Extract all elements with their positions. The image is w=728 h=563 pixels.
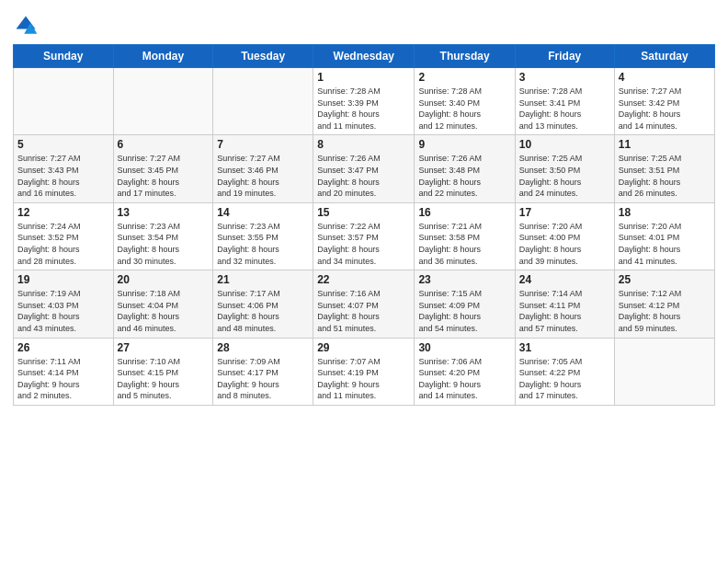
- day-header-saturday: Saturday: [614, 45, 714, 68]
- day-info: Sunrise: 7:25 AM Sunset: 3:50 PM Dayligh…: [519, 153, 610, 199]
- week-row-2: 5Sunrise: 7:27 AM Sunset: 3:43 PM Daylig…: [14, 135, 715, 202]
- day-number: 16: [418, 206, 510, 219]
- day-info: Sunrise: 7:21 AM Sunset: 3:58 PM Dayligh…: [418, 221, 510, 267]
- day-info: Sunrise: 7:23 AM Sunset: 3:54 PM Dayligh…: [118, 221, 210, 267]
- day-cell: 9Sunrise: 7:26 AM Sunset: 3:48 PM Daylig…: [415, 135, 515, 202]
- week-row-5: 26Sunrise: 7:11 AM Sunset: 4:14 PM Dayli…: [14, 338, 715, 405]
- day-info: Sunrise: 7:05 AM Sunset: 4:22 PM Dayligh…: [519, 356, 610, 402]
- page: SundayMondayTuesdayWednesdayThursdayFrid…: [0, 0, 728, 563]
- day-info: Sunrise: 7:19 AM Sunset: 4:03 PM Dayligh…: [17, 288, 109, 334]
- day-headers-row: SundayMondayTuesdayWednesdayThursdayFrid…: [14, 45, 715, 68]
- day-number: 8: [317, 138, 410, 151]
- day-number: 11: [619, 138, 711, 151]
- day-info: Sunrise: 7:26 AM Sunset: 3:48 PM Dayligh…: [418, 153, 510, 199]
- day-cell: 2Sunrise: 7:28 AM Sunset: 3:40 PM Daylig…: [415, 68, 515, 135]
- day-info: Sunrise: 7:27 AM Sunset: 3:45 PM Dayligh…: [118, 153, 210, 199]
- day-number: 14: [217, 206, 309, 219]
- logo-icon: [13, 13, 39, 39]
- day-cell: 21Sunrise: 7:17 AM Sunset: 4:06 PM Dayli…: [213, 270, 313, 338]
- header: [13, 9, 715, 39]
- day-info: Sunrise: 7:20 AM Sunset: 4:00 PM Dayligh…: [519, 221, 610, 267]
- day-number: 28: [217, 341, 309, 354]
- day-cell: 8Sunrise: 7:26 AM Sunset: 3:47 PM Daylig…: [313, 135, 415, 202]
- day-number: 24: [519, 273, 610, 286]
- day-number: 6: [118, 138, 210, 151]
- day-info: Sunrise: 7:20 AM Sunset: 4:01 PM Dayligh…: [619, 221, 711, 267]
- day-cell: [614, 338, 714, 405]
- day-info: Sunrise: 7:10 AM Sunset: 4:15 PM Dayligh…: [118, 356, 210, 402]
- week-row-4: 19Sunrise: 7:19 AM Sunset: 4:03 PM Dayli…: [14, 270, 715, 338]
- day-number: 18: [619, 206, 711, 219]
- day-number: 21: [217, 273, 309, 286]
- day-cell: 29Sunrise: 7:07 AM Sunset: 4:19 PM Dayli…: [313, 338, 415, 405]
- day-info: Sunrise: 7:14 AM Sunset: 4:11 PM Dayligh…: [519, 288, 610, 334]
- day-cell: 28Sunrise: 7:09 AM Sunset: 4:17 PM Dayli…: [213, 338, 313, 405]
- day-number: 31: [519, 341, 610, 354]
- day-cell: 24Sunrise: 7:14 AM Sunset: 4:11 PM Dayli…: [515, 270, 614, 338]
- day-cell: 22Sunrise: 7:16 AM Sunset: 4:07 PM Dayli…: [313, 270, 415, 338]
- day-number: 23: [418, 273, 510, 286]
- day-header-sunday: Sunday: [14, 45, 114, 68]
- day-cell: 31Sunrise: 7:05 AM Sunset: 4:22 PM Dayli…: [515, 338, 614, 405]
- day-number: 19: [17, 273, 109, 286]
- day-cell: 17Sunrise: 7:20 AM Sunset: 4:00 PM Dayli…: [515, 202, 614, 270]
- day-info: Sunrise: 7:24 AM Sunset: 3:52 PM Dayligh…: [17, 221, 109, 267]
- day-header-wednesday: Wednesday: [313, 45, 415, 68]
- day-info: Sunrise: 7:28 AM Sunset: 3:41 PM Dayligh…: [519, 86, 610, 132]
- day-number: 12: [17, 206, 109, 219]
- day-number: 27: [118, 341, 210, 354]
- day-cell: 18Sunrise: 7:20 AM Sunset: 4:01 PM Dayli…: [614, 202, 714, 270]
- day-header-thursday: Thursday: [415, 45, 515, 68]
- day-number: 20: [118, 273, 210, 286]
- day-cell: 11Sunrise: 7:25 AM Sunset: 3:51 PM Dayli…: [614, 135, 714, 202]
- day-cell: 15Sunrise: 7:22 AM Sunset: 3:57 PM Dayli…: [313, 202, 415, 270]
- day-number: 30: [418, 341, 510, 354]
- day-info: Sunrise: 7:06 AM Sunset: 4:20 PM Dayligh…: [418, 356, 510, 402]
- day-header-tuesday: Tuesday: [213, 45, 313, 68]
- day-cell: 14Sunrise: 7:23 AM Sunset: 3:55 PM Dayli…: [213, 202, 313, 270]
- day-cell: 27Sunrise: 7:10 AM Sunset: 4:15 PM Dayli…: [113, 338, 213, 405]
- week-row-3: 12Sunrise: 7:24 AM Sunset: 3:52 PM Dayli…: [14, 202, 715, 270]
- day-info: Sunrise: 7:23 AM Sunset: 3:55 PM Dayligh…: [217, 221, 309, 267]
- day-info: Sunrise: 7:18 AM Sunset: 4:04 PM Dayligh…: [118, 288, 210, 334]
- day-cell: 26Sunrise: 7:11 AM Sunset: 4:14 PM Dayli…: [14, 338, 114, 405]
- day-info: Sunrise: 7:17 AM Sunset: 4:06 PM Dayligh…: [217, 288, 309, 334]
- day-info: Sunrise: 7:27 AM Sunset: 3:46 PM Dayligh…: [217, 153, 309, 199]
- logo: [13, 13, 42, 39]
- calendar-table: SundayMondayTuesdayWednesdayThursdayFrid…: [13, 44, 715, 406]
- day-info: Sunrise: 7:15 AM Sunset: 4:09 PM Dayligh…: [418, 288, 510, 334]
- day-info: Sunrise: 7:09 AM Sunset: 4:17 PM Dayligh…: [217, 356, 309, 402]
- day-info: Sunrise: 7:28 AM Sunset: 3:39 PM Dayligh…: [317, 86, 410, 132]
- day-info: Sunrise: 7:12 AM Sunset: 4:12 PM Dayligh…: [619, 288, 711, 334]
- day-info: Sunrise: 7:25 AM Sunset: 3:51 PM Dayligh…: [619, 153, 711, 199]
- day-info: Sunrise: 7:16 AM Sunset: 4:07 PM Dayligh…: [317, 288, 410, 334]
- day-info: Sunrise: 7:07 AM Sunset: 4:19 PM Dayligh…: [317, 356, 410, 402]
- day-number: 17: [519, 206, 610, 219]
- day-cell: 23Sunrise: 7:15 AM Sunset: 4:09 PM Dayli…: [415, 270, 515, 338]
- day-info: Sunrise: 7:11 AM Sunset: 4:14 PM Dayligh…: [17, 356, 109, 402]
- day-number: 2: [418, 71, 510, 84]
- day-cell: 4Sunrise: 7:27 AM Sunset: 3:42 PM Daylig…: [614, 68, 714, 135]
- day-number: 13: [118, 206, 210, 219]
- day-cell: 10Sunrise: 7:25 AM Sunset: 3:50 PM Dayli…: [515, 135, 614, 202]
- day-number: 15: [317, 206, 410, 219]
- day-number: 5: [17, 138, 109, 151]
- day-cell: [213, 68, 313, 135]
- day-cell: 20Sunrise: 7:18 AM Sunset: 4:04 PM Dayli…: [113, 270, 213, 338]
- day-info: Sunrise: 7:27 AM Sunset: 3:42 PM Dayligh…: [619, 86, 711, 132]
- day-info: Sunrise: 7:28 AM Sunset: 3:40 PM Dayligh…: [418, 86, 510, 132]
- day-number: 4: [619, 71, 711, 84]
- day-header-monday: Monday: [113, 45, 213, 68]
- day-number: 9: [418, 138, 510, 151]
- day-cell: 13Sunrise: 7:23 AM Sunset: 3:54 PM Dayli…: [113, 202, 213, 270]
- day-number: 3: [519, 71, 610, 84]
- day-cell: [14, 68, 114, 135]
- day-info: Sunrise: 7:27 AM Sunset: 3:43 PM Dayligh…: [17, 153, 109, 199]
- day-cell: 25Sunrise: 7:12 AM Sunset: 4:12 PM Dayli…: [614, 270, 714, 338]
- day-info: Sunrise: 7:22 AM Sunset: 3:57 PM Dayligh…: [317, 221, 410, 267]
- day-cell: 19Sunrise: 7:19 AM Sunset: 4:03 PM Dayli…: [14, 270, 114, 338]
- day-header-friday: Friday: [515, 45, 614, 68]
- day-number: 10: [519, 138, 610, 151]
- day-cell: 7Sunrise: 7:27 AM Sunset: 3:46 PM Daylig…: [213, 135, 313, 202]
- day-cell: 12Sunrise: 7:24 AM Sunset: 3:52 PM Dayli…: [14, 202, 114, 270]
